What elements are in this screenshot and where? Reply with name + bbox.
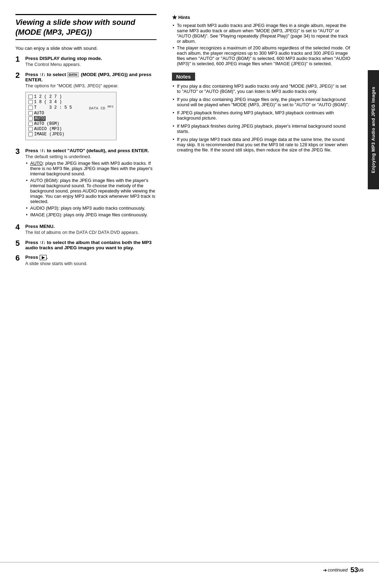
page: Enjoying MP3 Audio and JPEG Images Viewi…	[0, 0, 379, 588]
screen-row-4: AUTO	[28, 111, 113, 116]
step-2-content: Press ↑/↓ to select DATA (MODE (MP3, JPE…	[25, 72, 157, 144]
us-label: US	[358, 568, 364, 572]
note-1: If you play a disc containing MP3 audio …	[172, 83, 351, 94]
bottom-bar: ➔ continued 53 US	[0, 562, 379, 574]
bullet-auto-bgm: AUTO (BGM): plays the JPEG image files w…	[25, 178, 157, 204]
step-5-content: Press ↑/↓ to select the album that conta…	[25, 240, 157, 251]
step-3: 3 Press ↑/↓ to select "AUTO" (default), …	[15, 148, 157, 220]
side-tab: Enjoying MP3 Audio and JPEG Images	[368, 70, 379, 189]
continued-text: continued	[328, 567, 347, 573]
screen-text-6: AUTO (BGM)	[34, 121, 59, 126]
screen-row-2: 1 8 ( 3 4 )	[28, 100, 113, 104]
step-5-number: 5	[15, 239, 25, 248]
screen-row-8: IMAGE (JPEG)	[28, 132, 113, 137]
note-4: If MP3 playback finishes during JPEG pla…	[172, 123, 351, 134]
screen-row-1: 1 2 ( 2 7 )	[28, 94, 113, 99]
bullet-image-jpeg: IMAGE (JPEG): plays only JPEG image file…	[25, 212, 157, 217]
step-4-number: 4	[15, 223, 25, 231]
checkbox-1	[28, 95, 33, 99]
step-2-desc: The options for "MODE (MP3, JPEG)" appea…	[25, 83, 157, 88]
step-2: 2 Press ↑/↓ to select DATA (MODE (MP3, J…	[15, 72, 157, 144]
hints-title: ★ Hints	[172, 14, 351, 21]
step-6-desc: A slide show starts with sound.	[25, 261, 157, 266]
checkbox-5	[28, 116, 33, 121]
hint-2: The player recognizes a maximum of 200 a…	[172, 45, 351, 66]
step-2-number: 2	[15, 71, 25, 80]
step-2-heading: Press ↑/↓ to select DATA (MODE (MP3, JPE…	[25, 72, 157, 82]
step-4-content: Press MENU. The list of albums on the DA…	[25, 224, 157, 236]
bullet-audio-mp3: AUDIO (MP3): plays only MP3 audio tracks…	[25, 205, 157, 211]
step-1-content: Press DISPLAY during stop mode. The Cont…	[25, 56, 157, 68]
note-2: If you play a disc containing JPEG image…	[172, 97, 351, 107]
step-3-heading: Press ↑/↓ to select "AUTO" (default), an…	[25, 148, 157, 153]
screen-text-1: 1 2 ( 2 7 )	[34, 94, 62, 99]
notes-section: Notes If you play a disc containing MP3 …	[172, 73, 351, 153]
step-4-heading: Press MENU.	[25, 224, 157, 229]
hint-1: To repeat both MP3 audio tracks and JPEG…	[172, 23, 351, 44]
step-1: 1 Press DISPLAY during stop mode. The Co…	[15, 56, 157, 68]
step-4-desc: The list of albums on the DATA CD/ DATA …	[25, 230, 157, 235]
screen-row-6: AUTO (BGM)	[28, 121, 113, 126]
page-number: 53	[350, 566, 358, 574]
screen-row-5: AUTO	[28, 116, 113, 121]
checkbox-7	[28, 127, 33, 131]
step-3-content: Press ↑/↓ to select "AUTO" (default), an…	[25, 148, 157, 220]
checkbox-3	[28, 106, 33, 110]
step-4: 4 Press MENU. The list of albums on the …	[15, 224, 157, 236]
screen-row-7: AUDIO (MP3)	[28, 127, 113, 131]
checkbox-8	[28, 132, 33, 136]
right-column: ★ Hints To repeat both MP3 audio tracks …	[166, 14, 366, 567]
notes-bullets: If you play a disc containing MP3 audio …	[172, 83, 351, 153]
notes-label: Notes	[172, 73, 195, 81]
step-5: 5 Press ↑/↓ to select the album that con…	[15, 240, 157, 251]
note-3: If JPEG playback finishes during MP3 pla…	[172, 110, 351, 121]
step-6: 6 Press ▶. A slide show starts with soun…	[15, 255, 157, 268]
step-3-desc: The default setting is underlined.	[25, 154, 157, 159]
intro-text: You can enjoy a slide show with sound.	[15, 46, 157, 51]
screen-text-4: AUTO	[34, 111, 44, 116]
screen-text-8: IMAGE (JPEG)	[34, 132, 64, 137]
bullet-auto: AUTO: plays the JPEG image files with MP…	[25, 161, 157, 176]
step-3-bullets: AUTO: plays the JPEG image files with MP…	[25, 161, 157, 217]
note-5: If you play large MP3 track data and JPE…	[172, 137, 351, 153]
step-1-number: 1	[15, 55, 25, 63]
screen-row-3: T 3 2 : 5 5 DATA CD MP3	[28, 105, 113, 110]
screen-text-3: T 3 2 : 5 5	[34, 105, 72, 110]
screen-text-7: AUDIO (MP3)	[34, 127, 62, 131]
screen-mockup: 1 2 ( 2 7 ) 1 8 ( 3 4 ) T 3 2 : 5 5 DATA…	[25, 92, 117, 140]
step-1-desc: The Control Menu appears.	[25, 62, 157, 67]
page-title: Viewing a slide show with sound (MODE (M…	[15, 14, 157, 40]
step-6-content: Press ▶. A slide show starts with sound.	[25, 255, 157, 268]
step-6-heading: Press ▶.	[25, 255, 157, 260]
screen-label-data: DATA CD MP3	[89, 105, 113, 110]
step-3-number: 3	[15, 147, 25, 156]
hints-title-text: Hints	[178, 15, 190, 20]
hints-section: ★ Hints To repeat both MP3 audio tracks …	[172, 14, 351, 66]
left-column: Viewing a slide show with sound (MODE (M…	[15, 14, 166, 567]
screen-text-2: 1 8 ( 3 4 )	[34, 100, 62, 104]
hints-bullets: To repeat both MP3 audio tracks and JPEG…	[172, 23, 351, 66]
play-button-icon: ▶	[40, 255, 47, 260]
screen-text-5: AUTO	[34, 116, 46, 121]
auto-label: AUTO	[30, 161, 43, 166]
checkbox-6	[28, 122, 33, 126]
lightbulb-icon: ★	[172, 14, 177, 21]
step-1-heading: Press DISPLAY during stop mode.	[25, 56, 157, 61]
checkbox-2	[28, 100, 33, 104]
step-6-number: 6	[15, 254, 25, 262]
main-content: Viewing a slide show with sound (MODE (M…	[0, 14, 379, 567]
data-icon: DATA	[67, 72, 79, 77]
checkbox-4	[28, 111, 33, 115]
arrow-icon: ➔	[323, 567, 327, 573]
step-5-heading: Press ↑/↓ to select the album that conta…	[25, 240, 157, 250]
side-tab-text: Enjoying MP3 Audio and JPEG Images	[371, 87, 376, 173]
